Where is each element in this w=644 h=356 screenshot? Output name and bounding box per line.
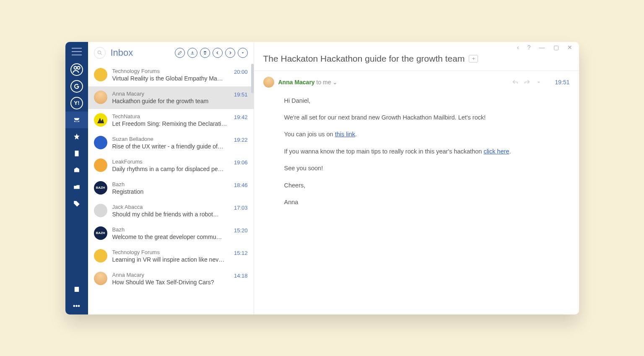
subject: Virtual Reality is the Global Empathy Ma… (112, 75, 229, 82)
search-icon[interactable] (94, 47, 106, 59)
menu-icon[interactable] (72, 48, 82, 55)
sidebar-item-attachments[interactable] (65, 162, 88, 179)
body-p6: Anna (284, 197, 570, 207)
avatar (94, 249, 107, 262)
forward-button[interactable] (225, 48, 235, 58)
from-name: Anna Macary (278, 79, 315, 86)
account-yahoo-icon[interactable]: Y! (70, 97, 83, 109)
maximize-button[interactable]: ▢ (553, 44, 559, 51)
mail-list-pane: Inbox Technology ForumsVirtual Reality i… (88, 42, 254, 314)
avatar (94, 159, 107, 172)
from-line: Anna Macary to me ⌄ (278, 79, 338, 86)
body-p2: You can jois us on this link. (284, 130, 570, 139)
mail-row[interactable]: TechNaturaLet Freedom Sing: Remixing the… (88, 109, 254, 132)
mail-row[interactable]: BAZHBazhWelcome to the great developer c… (88, 222, 254, 245)
sidebar-item-contacts[interactable] (65, 281, 88, 298)
subject: Should my child be friends with a robot… (112, 211, 229, 218)
mail-row[interactable]: Jack AbaccaShould my child be friends wi… (88, 200, 254, 222)
mail-row[interactable]: Anna MacaryHackathon guide for the growt… (88, 86, 254, 109)
close-button[interactable]: ✕ (567, 44, 572, 51)
link-click-here[interactable]: click here (483, 148, 509, 155)
compose-button[interactable] (175, 48, 185, 58)
mail-time: 20:00 (234, 68, 248, 75)
avatar (94, 136, 107, 149)
mail-row[interactable]: Technology ForumsLearning in VR will ins… (88, 245, 254, 268)
subject: Welcome to the great developer commu… (112, 234, 229, 240)
subject: Registration (112, 188, 229, 195)
subject: Rise of the UX writer - a friendly guide… (112, 143, 229, 150)
body-p5: Cheers, (284, 181, 570, 190)
archive-button[interactable] (187, 48, 197, 58)
sender: Bazh (112, 181, 229, 187)
sender: LeakForums (112, 159, 229, 165)
sender: Anna Macary (112, 272, 229, 278)
reply-button[interactable] (213, 48, 223, 58)
dropdown-icon[interactable] (535, 79, 542, 86)
subject: Learning in VR will inspire action like … (112, 256, 229, 263)
svg-point-4 (98, 51, 101, 54)
account-google-icon[interactable] (70, 80, 83, 93)
sender: Technology Forums (112, 68, 229, 74)
reply-icon[interactable] (512, 79, 519, 86)
message-title: The Hackaton Hackathon guide for the gro… (263, 54, 465, 64)
scrollbar[interactable] (251, 64, 254, 93)
forward-icon[interactable] (524, 79, 530, 86)
window-controls: ‹ ? — ▢ ✕ (254, 42, 579, 53)
sidebar-item-notes[interactable] (65, 145, 88, 162)
account-unified-icon[interactable] (70, 63, 83, 76)
help-button[interactable]: ? (527, 44, 531, 51)
avatar (94, 113, 107, 127)
list-header: Inbox (88, 42, 254, 64)
mail-time: 19:22 (234, 136, 248, 143)
avatar (94, 91, 107, 104)
subject: How Should We Tax Self-Driving Cars? (112, 279, 229, 286)
subject: Hackathon guide for the growth team (112, 98, 229, 104)
minimize-button[interactable]: — (539, 44, 545, 51)
app-window: Y! ••• In (65, 42, 579, 314)
message-actions: 19:51 (512, 79, 569, 86)
sidebar-item-inbox[interactable] (65, 112, 88, 128)
sender: Jack Abacca (112, 204, 229, 210)
folder-title: Inbox (111, 47, 175, 58)
mail-row[interactable]: Anna MacaryHow Should We Tax Self-Drivin… (88, 268, 254, 290)
mail-time: 14:18 (234, 272, 248, 279)
sidebar: Y! ••• (65, 42, 88, 314)
subject: Daily rhythms in a camp for displaced pe… (112, 166, 229, 172)
avatar (94, 68, 107, 81)
mail-row[interactable]: Suzan BelladoneRise of the UX writer - a… (88, 132, 254, 154)
message-time: 19:51 (555, 79, 569, 86)
sidebar-item-files[interactable] (65, 179, 88, 195)
reading-pane: ‹ ? — ▢ ✕ The Hackaton Hackathon guide f… (254, 42, 579, 314)
mail-time: 19:06 (234, 159, 248, 166)
mail-row[interactable]: Technology ForumsVirtual Reality is the … (88, 64, 254, 86)
svg-rect-3 (74, 287, 79, 292)
sender: Technology Forums (112, 249, 229, 255)
message-title-row: The Hackaton Hackathon guide for the gro… (254, 53, 579, 71)
mail-time: 19:42 (234, 113, 248, 120)
back-button[interactable]: ‹ (517, 44, 519, 51)
sidebar-item-tags[interactable] (65, 195, 88, 212)
body-p1: We're all set for our next brand new Gro… (284, 113, 570, 122)
svg-text:Y!: Y! (74, 100, 79, 106)
sidebar-more-icon[interactable]: ••• (65, 298, 88, 314)
mail-time: 15:20 (234, 226, 248, 234)
sidebar-item-starred[interactable] (65, 128, 88, 145)
avatar (94, 204, 107, 217)
mail-time: 15:12 (234, 249, 248, 256)
mail-time: 17:03 (234, 204, 248, 211)
sender-avatar (263, 77, 274, 88)
avatar: BAZH (94, 226, 107, 240)
mail-time: 18:46 (234, 181, 248, 188)
body-p3: If you wanna know the top main tips to r… (284, 147, 570, 156)
message-body: Hi Daniel, We're all set for our next br… (254, 94, 579, 215)
more-button[interactable] (238, 48, 248, 58)
sender: TechNatura (112, 113, 229, 120)
mail-row[interactable]: BAZHBazhRegistration18:46 (88, 177, 254, 200)
avatar (94, 272, 107, 285)
add-label-button[interactable]: + (469, 55, 478, 62)
subject: Let Freedom Sing: Remixing the Declarati… (112, 120, 229, 127)
delete-button[interactable] (200, 48, 210, 58)
mail-row[interactable]: LeakForumsDaily rhythms in a camp for di… (88, 154, 254, 177)
link-this-link[interactable]: this link (335, 131, 355, 138)
sender: Bazh (112, 226, 229, 233)
